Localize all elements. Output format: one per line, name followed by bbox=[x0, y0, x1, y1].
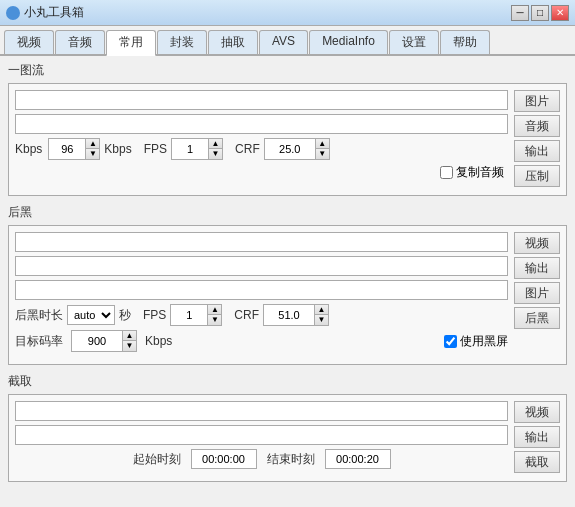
copy-audio-text: 复制音频 bbox=[456, 164, 504, 181]
section2-row2 bbox=[15, 256, 508, 276]
fps2-spinner: ▲ ▼ bbox=[170, 304, 222, 326]
minimize-button[interactable]: ─ bbox=[511, 5, 529, 21]
use-black-screen-label[interactable]: 使用黑屏 bbox=[444, 333, 508, 350]
section3-row3: 起始时刻 结束时刻 bbox=[15, 449, 508, 469]
target-bitrate-up[interactable]: ▲ bbox=[122, 331, 136, 341]
section2-input2[interactable] bbox=[15, 256, 508, 276]
fps-label2: FPS bbox=[143, 308, 166, 322]
section3-box: 起始时刻 结束时刻 视频 输出 截取 bbox=[8, 394, 567, 482]
fps1-down[interactable]: ▼ bbox=[208, 149, 222, 159]
crf2-spinner-btns: ▲ ▼ bbox=[314, 305, 328, 325]
section1-input1[interactable] bbox=[15, 90, 508, 110]
section-houhei: 后黑 后黑时长 auto bbox=[8, 204, 567, 365]
section1-row4: 复制音频 bbox=[15, 164, 508, 181]
copy-audio-label[interactable]: 复制音频 bbox=[440, 164, 504, 181]
fps1-input[interactable] bbox=[172, 139, 208, 159]
fps1-spinner: ▲ ▼ bbox=[171, 138, 223, 160]
section2-box: 后黑时长 auto 1 2 3 5 秒 FPS bbox=[8, 225, 567, 365]
crf1-down[interactable]: ▼ bbox=[315, 149, 329, 159]
use-black-screen-text: 使用黑屏 bbox=[460, 333, 508, 350]
fps1-up[interactable]: ▲ bbox=[208, 139, 222, 149]
tab-avs[interactable]: AVS bbox=[259, 30, 308, 54]
section2-content: 后黑时长 auto 1 2 3 5 秒 FPS bbox=[15, 232, 560, 356]
section3-input2[interactable] bbox=[15, 425, 508, 445]
section1-row1 bbox=[15, 90, 508, 110]
section3-right: 视频 输出 截取 bbox=[514, 401, 560, 473]
tab-common[interactable]: 常用 bbox=[106, 30, 156, 56]
section1-left: Kbps ▲ ▼ Kbps FPS bbox=[15, 90, 508, 187]
target-bitrate-input[interactable] bbox=[72, 331, 122, 351]
target-bitrate-down[interactable]: ▼ bbox=[122, 341, 136, 351]
main-content: 一图流 Kbps ▲ bbox=[0, 56, 575, 505]
start-time-input[interactable] bbox=[191, 449, 257, 469]
duration-dropdown[interactable]: auto 1 2 3 5 bbox=[67, 305, 115, 325]
tab-video[interactable]: 视频 bbox=[4, 30, 54, 54]
audio-rate-label: Kbps bbox=[15, 142, 42, 156]
duration-label: 后黑时长 bbox=[15, 307, 63, 324]
tab-help[interactable]: 帮助 bbox=[440, 30, 490, 54]
section2-btn-video[interactable]: 视频 bbox=[514, 232, 560, 254]
tab-settings[interactable]: 设置 bbox=[389, 30, 439, 54]
section1-btn-output[interactable]: 输出 bbox=[514, 140, 560, 162]
tab-package[interactable]: 封装 bbox=[157, 30, 207, 54]
section1-row2 bbox=[15, 114, 508, 134]
window-controls: ─ □ ✕ bbox=[511, 5, 569, 21]
section2-title: 后黑 bbox=[8, 204, 567, 221]
section2-btn-pic[interactable]: 图片 bbox=[514, 282, 560, 304]
section1-right: 图片 音频 输出 压制 bbox=[514, 90, 560, 187]
section2-row1 bbox=[15, 232, 508, 252]
maximize-button[interactable]: □ bbox=[531, 5, 549, 21]
section2-row5: 目标码率 ▲ ▼ Kbps 使用黑屏 bbox=[15, 330, 508, 352]
section1-btn-pic[interactable]: 图片 bbox=[514, 90, 560, 112]
duration-unit: 秒 bbox=[119, 307, 131, 324]
section2-right: 视频 输出 图片 后黑 bbox=[514, 232, 560, 356]
section-yituliu: 一图流 Kbps ▲ bbox=[8, 62, 567, 196]
section2-btn-houhei[interactable]: 后黑 bbox=[514, 307, 560, 329]
section1-btn-compress[interactable]: 压制 bbox=[514, 165, 560, 187]
tab-extract[interactable]: 抽取 bbox=[208, 30, 258, 54]
fps2-down[interactable]: ▼ bbox=[207, 315, 221, 325]
tab-mediainfo[interactable]: MediaInfo bbox=[309, 30, 388, 54]
crf2-spinner: ▲ ▼ bbox=[263, 304, 329, 326]
section2-btn-output[interactable]: 输出 bbox=[514, 257, 560, 279]
copy-audio-checkbox[interactable] bbox=[440, 166, 453, 179]
fps2-input[interactable] bbox=[171, 305, 207, 325]
section1-title: 一图流 bbox=[8, 62, 567, 79]
crf2-down[interactable]: ▼ bbox=[314, 315, 328, 325]
section3-left: 起始时刻 结束时刻 bbox=[15, 401, 508, 473]
section2-input3[interactable] bbox=[15, 280, 508, 300]
fps1-spinner-btns: ▲ ▼ bbox=[208, 139, 222, 159]
audio-rate-down[interactable]: ▼ bbox=[85, 149, 99, 159]
title-bar: 小丸工具箱 ─ □ ✕ bbox=[0, 0, 575, 26]
crf2-up[interactable]: ▲ bbox=[314, 305, 328, 315]
target-bitrate-spinner: ▲ ▼ bbox=[71, 330, 137, 352]
fps-label1: FPS bbox=[144, 142, 167, 156]
audio-rate-spinner: ▲ ▼ bbox=[48, 138, 100, 160]
tab-bar: 视频 音频 常用 封装 抽取 AVS MediaInfo 设置 帮助 bbox=[0, 26, 575, 56]
crf2-input[interactable] bbox=[264, 305, 314, 325]
app-title: 小丸工具箱 bbox=[24, 4, 84, 21]
target-bitrate-spinner-btns: ▲ ▼ bbox=[122, 331, 136, 351]
fps2-up[interactable]: ▲ bbox=[207, 305, 221, 315]
end-time-input[interactable] bbox=[325, 449, 391, 469]
section2-input1[interactable] bbox=[15, 232, 508, 252]
crf1-input[interactable] bbox=[265, 139, 315, 159]
section1-input2[interactable] bbox=[15, 114, 508, 134]
section2-left: 后黑时长 auto 1 2 3 5 秒 FPS bbox=[15, 232, 508, 356]
audio-rate-up[interactable]: ▲ bbox=[85, 139, 99, 149]
use-black-screen-checkbox[interactable] bbox=[444, 335, 457, 348]
tab-audio[interactable]: 音频 bbox=[55, 30, 105, 54]
section3-btn-output[interactable]: 输出 bbox=[514, 426, 560, 448]
section1-btn-audio[interactable]: 音频 bbox=[514, 115, 560, 137]
section-jiequ: 截取 起始时刻 结束时刻 bbox=[8, 373, 567, 482]
close-button[interactable]: ✕ bbox=[551, 5, 569, 21]
section3-btn-jiequ[interactable]: 截取 bbox=[514, 451, 560, 473]
audio-rate-input[interactable] bbox=[49, 139, 85, 159]
section3-input1[interactable] bbox=[15, 401, 508, 421]
section3-title: 截取 bbox=[8, 373, 567, 390]
crf1-spinner: ▲ ▼ bbox=[264, 138, 330, 160]
section3-btn-video[interactable]: 视频 bbox=[514, 401, 560, 423]
section2-row4: 后黑时长 auto 1 2 3 5 秒 FPS bbox=[15, 304, 508, 326]
crf1-up[interactable]: ▲ bbox=[315, 139, 329, 149]
end-time-label: 结束时刻 bbox=[267, 451, 315, 468]
